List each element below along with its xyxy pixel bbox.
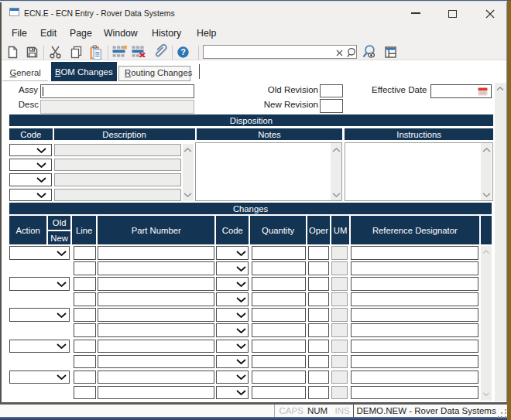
svg-text:?: ? bbox=[180, 47, 186, 56]
